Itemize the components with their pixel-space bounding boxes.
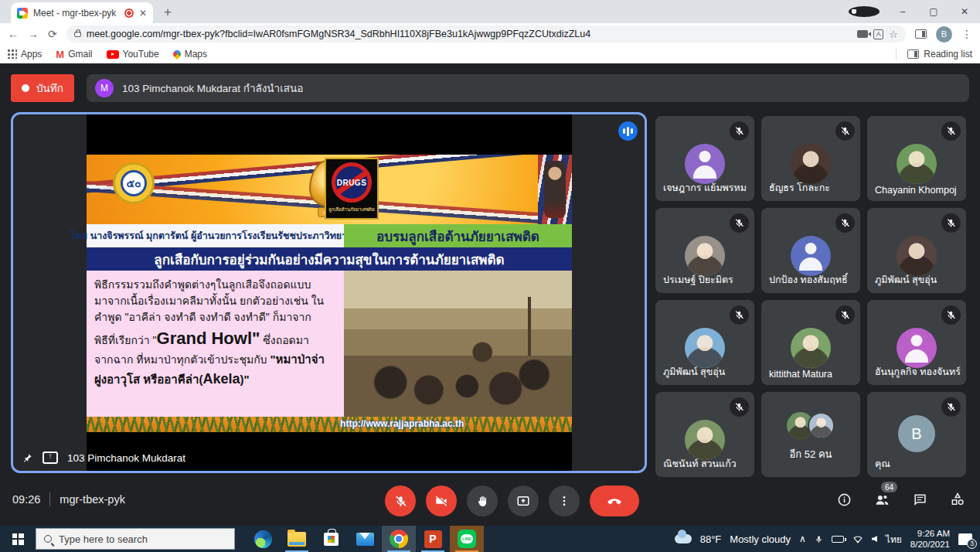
weather-desc[interactable]: Mostly cloudy (730, 533, 791, 545)
school-emblem: ๕๐ (113, 162, 155, 204)
slide-banner-title: อบรมลูกเสือต้านภัยยาเสพติด (344, 224, 572, 247)
participant-tile[interactable]: อันนุกูลกิจ ทองจันทร์ (867, 300, 966, 385)
browser-status-icon[interactable] (849, 6, 880, 17)
meet-app: บันทึก M 103 Pimchanok Mukdarat กำลังนำเ… (0, 63, 980, 526)
tray-mic-icon[interactable] (815, 534, 823, 544)
browser-tab[interactable]: Meet - mgr-tbex-pyk ✕ (11, 2, 153, 23)
more-participants-label: อีก 52 คน (761, 446, 860, 462)
notification-icon[interactable]: 3 (958, 533, 972, 545)
side-panel-icon[interactable] (915, 29, 927, 39)
bookmark-maps[interactable]: Maps (173, 49, 207, 60)
back-icon[interactable]: ← (8, 28, 19, 40)
taskbar-store[interactable] (314, 526, 348, 552)
info-button[interactable] (835, 491, 852, 508)
more-participants-tile[interactable]: อีก 52 คน (761, 392, 860, 477)
self-tile[interactable]: B คุณ (867, 392, 966, 477)
taskbar-edge[interactable] (246, 526, 280, 552)
participant-grid: เจษฎากร แย้มพรหม ธัญธร โกละกะ Chayanin K… (655, 116, 966, 477)
speaker-icon[interactable] (872, 536, 877, 542)
taskbar-powerpoint[interactable]: P (416, 526, 450, 552)
participant-tile[interactable]: ณิชนันท์ สวนแก้ว (655, 392, 754, 477)
mail-icon (356, 533, 374, 546)
taskbar-chrome[interactable] (382, 526, 416, 552)
participant-tile[interactable]: ภูมิพัฒน์ สุขอุ่น (655, 300, 754, 385)
participants-button[interactable]: 64 (873, 491, 890, 508)
avatar: B (898, 415, 935, 452)
participant-tile[interactable]: kittithat Matura (761, 300, 860, 385)
new-tab-button[interactable]: + (164, 5, 172, 20)
tray-chevron-icon[interactable]: ∧ (799, 533, 806, 544)
presentation-tile[interactable]: ๕๐ สพม. DRUGS ลูกเสือต้านภัยยาเสพติด โดย… (11, 112, 647, 473)
notification-count-badge: 3 (967, 539, 977, 549)
slide-strip-row: โดย นางจิรพรรณ์ มุกดารัตน์ ผู้อำนวยการโร… (87, 224, 572, 247)
mic-muted-icon (730, 213, 749, 233)
profile-avatar[interactable]: B (936, 26, 952, 43)
taskbar-mail[interactable] (348, 526, 382, 552)
mic-toggle-button[interactable] (385, 486, 416, 516)
gmail-icon: M (56, 49, 64, 60)
mic-muted-icon (730, 305, 749, 325)
participant-tile[interactable]: เจษฎากร แย้มพรหม (655, 116, 754, 201)
mic-muted-icon (941, 213, 961, 233)
wifi-icon[interactable] (852, 535, 863, 543)
pin-icon[interactable] (22, 452, 33, 463)
url-text[interactable]: meet.google.com/mgr-tbex-pyk?fbclid=IwAR… (87, 29, 852, 39)
participant-name: คุณ (875, 456, 890, 472)
bookmark-star-icon[interactable]: ☆ (889, 29, 898, 40)
taskbar-explorer[interactable] (280, 526, 314, 552)
camera-permission-icon[interactable] (857, 30, 868, 38)
chat-button[interactable] (911, 491, 928, 508)
reading-list-button[interactable]: Reading list (896, 49, 972, 60)
mic-muted-icon (835, 305, 855, 325)
more-options-button[interactable] (549, 486, 580, 516)
lock-icon[interactable] (74, 32, 81, 37)
avatar (791, 236, 831, 276)
present-button[interactable] (508, 486, 539, 516)
divider (49, 492, 50, 506)
taskbar-line[interactable]: LINE (450, 526, 484, 552)
slide-footer-strip: http://www.rajjaprabha.ac.th (87, 417, 572, 432)
language-indicator[interactable]: ไทย (886, 532, 902, 547)
participant-tile[interactable]: ภูมิพัฒน์ สุขอุ่น (867, 208, 966, 293)
tab-title: Meet - mgr-tbex-pyk (33, 8, 119, 19)
line-icon: LINE (458, 530, 476, 548)
slide-byline: โดย นางจิรพรรณ์ มุกดารัตน์ ผู้อำนวยการโร… (87, 224, 344, 247)
participant-tile[interactable]: ปกป้อง ทองสัมฤทธิ์ (761, 208, 860, 293)
bookmark-gmail[interactable]: M Gmail (56, 49, 92, 60)
raise-hand-button[interactable] (467, 486, 498, 516)
meeting-code: mgr-tbex-pyk (60, 493, 125, 506)
bookmark-apps[interactable]: Apps (8, 49, 42, 60)
browser-menu-icon[interactable]: ⋮ (961, 28, 972, 40)
meeting-time: 09:26 (12, 493, 40, 506)
camera-toggle-button[interactable] (426, 486, 457, 516)
mic-muted-icon (835, 121, 855, 141)
taskbar-clock[interactable]: 9:26 AM 8/20/2021 (910, 528, 950, 550)
maximize-button[interactable]: ▢ (918, 6, 949, 17)
battery-icon[interactable] (832, 536, 844, 543)
slide: ๕๐ สพม. DRUGS ลูกเสือต้านภัยยาเสพติด โดย… (87, 114, 572, 471)
slide-banner: ๕๐ สพม. DRUGS ลูกเสือต้านภัยยาเสพติด (87, 155, 572, 224)
activities-button[interactable] (949, 491, 966, 508)
microsoft-store-icon (324, 533, 339, 546)
taskbar-search[interactable]: Type here to search (36, 528, 235, 550)
weather-icon[interactable] (675, 534, 692, 543)
participant-name: kittithat Matura (769, 369, 832, 380)
address-bar[interactable]: meet.google.com/mgr-tbex-pyk?fbclid=IwAR… (66, 26, 906, 43)
close-button[interactable]: ✕ (949, 6, 980, 17)
no-drugs-sign: DRUGS ลูกเสือต้านภัยยาเสพติด (325, 158, 379, 220)
reload-icon[interactable]: ⟳ (48, 28, 57, 40)
avatar (791, 144, 831, 184)
participant-tile[interactable]: ธัญธร โกละกะ (761, 116, 860, 201)
minimize-button[interactable]: – (887, 6, 918, 17)
bookmark-youtube[interactable]: YouTube (107, 49, 159, 60)
start-button[interactable] (0, 526, 36, 552)
end-call-button[interactable] (590, 486, 639, 516)
participant-tile[interactable]: Chayanin Khompoj (867, 116, 966, 201)
weather-temp[interactable]: 88°F (700, 533, 722, 545)
translate-icon[interactable]: A (873, 29, 883, 39)
participant-tile[interactable]: ปรเมษฐ์ ปิยะมิตร (655, 208, 754, 293)
avatar (685, 144, 725, 184)
forward-icon[interactable]: → (28, 28, 39, 40)
tab-close-icon[interactable]: ✕ (139, 8, 147, 19)
presenting-text: 103 Pimchanok Mukdarat กำลังนำเสนอ (122, 80, 303, 97)
